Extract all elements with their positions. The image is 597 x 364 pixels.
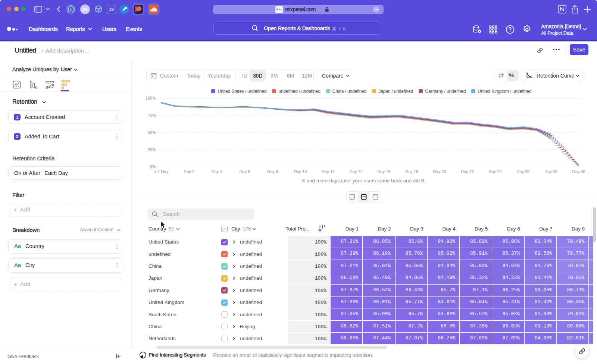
svg-text:Day 20: Day 20 <box>433 169 446 174</box>
svg-text:Day 10: Day 10 <box>294 169 307 174</box>
svg-text:Day 24: Day 24 <box>489 169 502 174</box>
svg-text:100%: 100% <box>146 96 156 100</box>
svg-text:Day 18: Day 18 <box>405 169 418 174</box>
svg-text:< 1 Day: < 1 Day <box>154 169 169 174</box>
svg-text:Day 16: Day 16 <box>377 169 390 174</box>
svg-text:Day 26: Day 26 <box>516 169 529 174</box>
svg-text:Day 22: Day 22 <box>461 169 474 174</box>
svg-text:25%: 25% <box>148 147 156 152</box>
svg-text:Day 2: Day 2 <box>184 169 194 174</box>
svg-text:50%: 50% <box>148 130 156 135</box>
svg-text:75%: 75% <box>148 113 156 117</box>
svg-text:0%: 0% <box>150 164 156 169</box>
svg-text:Day 14: Day 14 <box>350 169 363 174</box>
svg-text:Day 6: Day 6 <box>239 169 250 174</box>
svg-text:Day 4: Day 4 <box>212 169 222 174</box>
svg-text:Day 30: Day 30 <box>572 169 585 174</box>
svg-text:Day 8: Day 8 <box>267 169 278 174</box>
svg-text:Day 12: Day 12 <box>322 169 335 174</box>
svg-text:Day 28: Day 28 <box>544 169 557 174</box>
